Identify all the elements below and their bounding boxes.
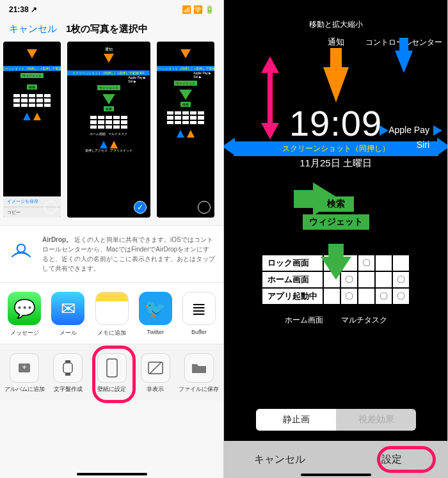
folder-icon: [184, 353, 214, 383]
share-twitter[interactable]: 🐦Twitter: [134, 292, 177, 337]
lock-date: 11月25日 土曜日: [300, 157, 372, 170]
thumbnail-1[interactable]: 通知 スクリーンショット（同押し）+長押しで電源OFF Apple Pay ▶S…: [67, 42, 150, 218]
thumbnail-2[interactable]: スクリーンショット（同押し）+長押しで電源OFF Apple Pay ▶Siri…: [157, 42, 214, 218]
svg-line-8: [150, 362, 161, 374]
svg-text:+: +: [22, 363, 27, 372]
home-indicator[interactable]: [77, 473, 147, 475]
cc-arrow-icon: [395, 51, 413, 73]
wallpaper-icon: [97, 353, 127, 383]
status-bar: 21:38 ↗ 📶🛜🔋: [0, 0, 223, 19]
cancel-button[interactable]: キャンセル: [224, 441, 336, 478]
airdrop-description: AirDrop。 近くの人と簡単に共有できます。iOSではコントロールセンターか…: [42, 235, 216, 273]
perspective-option[interactable]: 視差効果: [336, 409, 416, 431]
notification-label: 通知: [328, 36, 344, 48]
side-labels: Apple Pay Siri: [358, 125, 442, 151]
selection-circle-checked[interactable]: ✓: [134, 201, 147, 214]
share-mail[interactable]: ✉︎メール: [46, 292, 90, 337]
share-messages[interactable]: 💬メッセージ: [3, 292, 46, 337]
still-option[interactable]: 静止画: [256, 409, 336, 431]
mail-icon: ✉︎: [51, 292, 84, 325]
thumbnail-0[interactable]: スクリーンショット（同押し）+長押しで電源OFF ウィジェット 検索 イメージを…: [3, 42, 61, 218]
cancel-button[interactable]: キャンセル: [9, 23, 57, 35]
add-to-album-action[interactable]: +アルバムに追加: [3, 353, 46, 393]
share-header: キャンセル 1枚の写真を選択中: [0, 19, 223, 42]
airdrop-section[interactable]: AirDrop。 近くの人と簡単に共有できます。iOSではコントロールセンターか…: [0, 225, 223, 283]
app-share-row: 💬メッセージ ✉︎メール メモに追加 🐦Twitter ≣Buffer: [0, 283, 223, 344]
search-label: 検索: [318, 196, 354, 212]
create-watchface-action[interactable]: 文字盤作成: [46, 353, 90, 393]
svg-point-0: [17, 244, 26, 253]
svg-rect-3: [63, 363, 72, 373]
signal-icon: 📶: [182, 5, 191, 14]
battery-icon: 🔋: [205, 5, 214, 14]
set-button[interactable]: 設定: [336, 441, 448, 478]
set-wallpaper-action[interactable]: 壁紙に設定: [90, 353, 133, 393]
status-time: 21:38: [9, 5, 29, 14]
airdrop-icon: [8, 235, 35, 262]
twitter-icon: 🐦: [139, 292, 172, 325]
preview-footer: キャンセル 設定: [224, 441, 447, 478]
watch-icon: [53, 353, 83, 383]
preview-caption: 移動と拡大縮小: [309, 19, 363, 30]
perspective-toggle[interactable]: 静止画 視差効果: [256, 409, 416, 431]
control-center-label: コントロールセンター: [365, 37, 442, 73]
move-scale-arrow: [261, 56, 276, 139]
wifi-icon: 🛜: [193, 5, 203, 14]
buffer-icon: ≣: [182, 292, 216, 325]
svg-rect-4: [65, 360, 70, 363]
save-to-files-action[interactable]: ファイルに保存: [177, 353, 221, 393]
messages-icon: 💬: [8, 292, 41, 325]
svg-rect-5: [65, 373, 70, 376]
location-icon: ↗: [31, 5, 37, 14]
search-arrow-icon: [321, 257, 351, 280]
hide-action[interactable]: 非表示: [134, 353, 177, 393]
selection-circle[interactable]: [44, 201, 57, 214]
notes-icon: [95, 292, 129, 325]
album-icon: +: [10, 353, 39, 383]
search-arrow-block: 検索: [318, 241, 354, 280]
widget-label: ウィジェット: [303, 214, 369, 230]
svg-rect-6: [107, 359, 117, 377]
home-indicator[interactable]: [301, 474, 371, 476]
selection-circle[interactable]: [198, 201, 211, 214]
thumbnail-row: スクリーンショット（同押し）+長押しで電源OFF ウィジェット 検索 イメージを…: [0, 42, 223, 225]
page-title: 1枚の写真を選択中: [66, 23, 148, 35]
hide-icon: [141, 353, 170, 383]
notif-arrow-icon: [323, 67, 349, 102]
share-buffer[interactable]: ≣Buffer: [177, 292, 221, 337]
bottom-labels: ホーム画面 マルチタスク: [285, 315, 387, 324]
share-notes[interactable]: メモに追加: [90, 292, 133, 337]
action-row: +アルバムに追加 文字盤作成 壁紙に設定 非表示 ファイルに保存: [0, 344, 223, 401]
